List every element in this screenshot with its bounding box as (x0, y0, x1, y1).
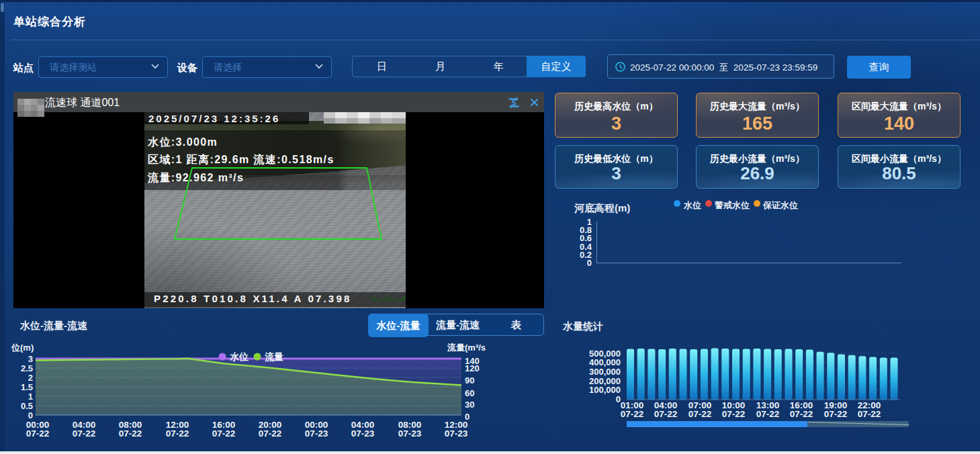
svg-text:水位: 水位 (229, 351, 249, 362)
svg-text:S: S (512, 99, 517, 107)
svg-text:流量: 流量 (265, 351, 283, 362)
